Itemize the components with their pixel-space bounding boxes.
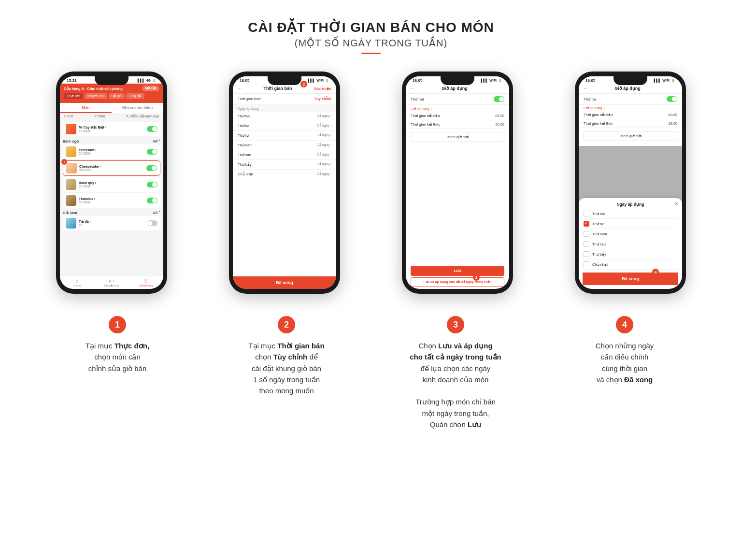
phone-2-field-row[interactable]: Thời gian bán* Tùy chỉnh [233, 94, 336, 104]
menu-item-mi-cay[interactable]: Mì Cay Đặc Biệt › 49.000đ [63, 122, 160, 136]
phone-4-end-row[interactable]: Thời gian kết thúc 19:00 [579, 119, 682, 128]
tab-khuyen-mai[interactable]: Khuyến mãi [85, 93, 107, 99]
action-them[interactable]: + Thêm [94, 115, 105, 118]
phone-2-screen: 16:05 ▌▌▌ WiFi 🔋 ← Thời gian bán Xác nhậ… [233, 76, 336, 289]
phone-1-frame: 15:21 ▌▌▌ 4G 🔋 Cửa hàng A - Cơm trưa văn… [56, 72, 167, 294]
phone-1-notch [95, 76, 128, 85]
toggle-tra-da[interactable] [147, 220, 157, 226]
tab-thuc-don[interactable]: Thực đơn [64, 93, 83, 99]
phone-4-start-row[interactable]: Thời gian bắt đầu 00:00 [579, 111, 682, 119]
menu-item-tiramisu[interactable]: Tiramisu › 55.000đ [63, 193, 160, 208]
phone-2-frame: 16:05 ▌▌▌ WiFi 🔋 ← Thời gian bán Xác nhậ… [229, 72, 340, 294]
phone-1-store-name: Cửa hàng A - Cơm trưa văn phòng [64, 86, 123, 91]
action-vitri[interactable]: ≡ Vị trí [64, 115, 73, 118]
phone-2-section-label: Ngày áp dụng [233, 104, 336, 112]
checkbox-icon-thu-sau[interactable] [584, 241, 589, 247]
phone-3-save-btn[interactable]: Lưu [411, 266, 504, 276]
toggle-tiramisu[interactable] [147, 198, 157, 203]
action-chinh-sua[interactable]: ✎ Chỉnh sửa danh mục [126, 115, 159, 118]
phone-3-notch [441, 76, 474, 85]
phone-4-top-content: ← Giờ áp dụng Thứ ba Giờ áp dụng 1 Thời … [579, 84, 682, 146]
checkbox-thu-hai[interactable]: Thứ hai [583, 209, 678, 219]
phone-3-title: Giờ áp dụng [442, 86, 468, 91]
tab-dat-gia[interactable]: Đặt giá [109, 93, 125, 99]
step-4-col: 4 Chọn những ngàycần điều chỉnhcùng thời… [545, 316, 704, 430]
toggle-phone4[interactable] [667, 96, 677, 102]
phone-4-done-btn[interactable]: Đã xong [583, 273, 678, 285]
phone-4-overlay-title: Ngày áp dụng [583, 202, 678, 207]
tab-mon[interactable]: Món [60, 103, 112, 113]
toggle-phone3-thu-hai[interactable] [494, 96, 504, 102]
phone-4-add-time-btn[interactable]: Thêm giờ mới [584, 131, 677, 141]
phone-2-footer: Đã xong [233, 276, 336, 289]
phone-3-day-row: Thứ hai [406, 94, 509, 105]
phone-4-close-btn[interactable]: ✕ [674, 201, 678, 206]
phone-2-col: 16:05 ▌▌▌ WiFi 🔋 ← Thời gian bán Xác nhậ… [205, 72, 364, 294]
phone-2-header: ← Thời gian bán Xác nhận [233, 84, 336, 94]
phone-2-header-wrap: ← Thời gian bán Xác nhận 2 [233, 84, 336, 94]
phone-3-frame: 16:05 ▌▌▌ WiFi 🔋 ← Giờ áp dụng Th [402, 72, 513, 294]
title-divider [361, 53, 381, 54]
phone-4-screen: 16:05 ▌▌▌ WiFi 🔋 ← Giờ áp dụng T [579, 76, 682, 289]
phone-1-time: 15:21 [67, 78, 76, 83]
menu-item-croissant[interactable]: Croissant › 50.000đ [63, 144, 160, 159]
menu-item-tra-da[interactable]: Trà đá › 1đ [63, 216, 160, 230]
step-4-text: Chọn những ngàycần điều chỉnhcùng thời g… [596, 340, 654, 385]
toggle-cheesecake[interactable] [146, 165, 157, 171]
step-1-badge: 1 [109, 316, 126, 333]
steps-row: 1 Tại mục Thực đơn,chọn món cầnchỉnh sửa… [10, 311, 732, 430]
checkbox-icon-thu-nam[interactable] [584, 231, 589, 237]
day-row-hai[interactable]: Thứ hai Cả ngày › [233, 112, 336, 121]
phone-3-back[interactable]: ← [411, 86, 414, 91]
phone-3-end-row[interactable]: Thời gian kết thúc 20:00 [406, 120, 509, 129]
day-row-tu[interactable]: Thứ tư Cả ngày › [233, 131, 336, 141]
phone-3-spacer [406, 145, 509, 266]
item-img-cheesecake [66, 163, 77, 173]
phone-4-frame: 16:05 ▌▌▌ WiFi 🔋 ← Giờ áp dụng T [575, 72, 686, 294]
phone-4-overlay-panel: Ngày áp dụng ✕ Thứ hai Thứ tư Thứ năm [579, 198, 682, 289]
checkbox-thu-bay[interactable]: Thứ bảy [583, 249, 678, 259]
phone-1-open-btn[interactable]: Mở cửa [142, 86, 159, 91]
day-row-nam[interactable]: Thứ năm Cả ngày › [233, 141, 336, 150]
checkbox-icon-thu-tu[interactable] [584, 221, 589, 227]
phone-1-screen: 15:21 ▌▌▌ 4G 🔋 Cửa hàng A - Cơm trưa văn… [60, 76, 163, 289]
step-3-col: 3 Chọn Lưu và áp dụngcho tất cả ngày tro… [376, 316, 535, 430]
menu-item-banh-quy[interactable]: Bánh quy › 30.000đ [63, 177, 160, 192]
tab-tung-dat[interactable]: Tùng đặt [126, 93, 144, 99]
toggle-croissant[interactable] [147, 149, 157, 155]
nav-home[interactable]: ⌂ Home [60, 278, 94, 287]
checkbox-thu-sau[interactable]: Thứ sáu [583, 239, 678, 249]
phone-3-time: 16:05 [413, 78, 422, 83]
phone-1-content: Mì Cay Đặc Biệt › 49.000đ Bánh ngọt 4/4 … [60, 120, 163, 276]
checkbox-icon-thu-hai[interactable] [584, 211, 589, 216]
day-row-ba[interactable]: Thứ ba Cả ngày › [233, 121, 336, 131]
item-info-banh-quy: Bánh quy › 30.000đ [79, 181, 144, 188]
checkbox-chu-nhat[interactable]: Chủ nhật [583, 259, 678, 270]
phone-3-add-time-btn[interactable]: Thêm giờ mới [411, 132, 504, 142]
phone-3-save-all-btn[interactable]: Lưu và áp dụng cho tất cả ngày trong tuầ… [411, 277, 504, 287]
phone-2-done-btn[interactable]: Đã xong [233, 276, 336, 289]
checkbox-icon-chu-nhat[interactable] [584, 261, 589, 267]
phone-2-back[interactable]: ← [238, 86, 242, 91]
step-3-badge: 3 [447, 316, 464, 333]
phone-3-header: ← Giờ áp dụng [406, 84, 509, 94]
nav-khuyen-mai[interactable]: 🏷 Khuyến mãi [94, 278, 128, 287]
checkbox-thu-nam[interactable]: Thứ năm [583, 229, 678, 239]
phone-4-back[interactable]: ← [584, 86, 587, 91]
phone-4-header: ← Giờ áp dụng [579, 84, 682, 94]
phone-2-confirm[interactable]: Xác nhận [314, 86, 331, 91]
day-row-sau[interactable]: Thứ sáu Cả ngày › [233, 150, 336, 160]
menu-item-cheesecake[interactable]: 1 Cheesecake › 50.000đ [63, 160, 160, 176]
phone-3-footer: Lưu Lưu và áp dụng cho tất cả ngày trong… [406, 266, 509, 289]
phone-1-header-top: Cửa hàng A - Cơm trưa văn phòng Mở cửa [64, 86, 159, 91]
toggle-banh-quy[interactable] [147, 182, 157, 187]
checkbox-thu-tu[interactable]: Thứ tư [583, 219, 678, 229]
item-img-banh-quy [66, 179, 76, 190]
phone-3-start-row[interactable]: Thời gian bắt đầu 08:00 [406, 112, 509, 120]
checkbox-icon-thu-bay[interactable] [584, 251, 589, 257]
nav-shopefood[interactable]: 🍴 ShopeFood [129, 278, 163, 287]
day-row-bay[interactable]: Thứ bảy Cả ngày › [233, 160, 336, 170]
tab-nhom-mon[interactable]: Nhóm món thêm [112, 103, 163, 113]
day-row-cn[interactable]: Chủ nhật Cả ngày › [233, 170, 336, 179]
toggle-mi-cay[interactable] [147, 126, 157, 132]
